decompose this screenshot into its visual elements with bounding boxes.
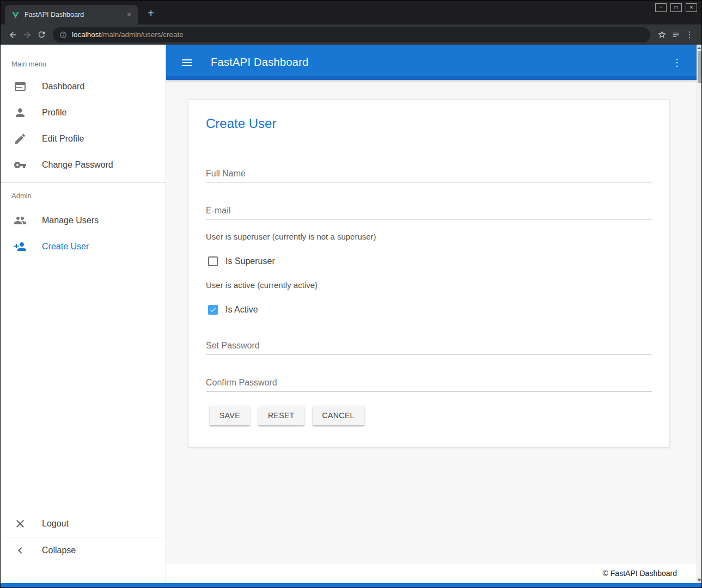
confirm-password-field-wrap <box>206 374 652 391</box>
window-maximize-button[interactable]: □ <box>670 3 682 12</box>
url-path: /main/admin/users/create <box>101 30 184 39</box>
copyright-text: © FastAPI Dashboard <box>603 569 677 578</box>
browser-menu-icon[interactable]: ⋮ <box>683 29 696 40</box>
chevron-left-icon <box>14 544 27 557</box>
reload-icon[interactable] <box>34 28 48 42</box>
sidebar-item-label: Logout <box>42 519 69 529</box>
sidebar-item-label: Change Password <box>42 160 113 170</box>
sidebar-bottom: Logout Collapse <box>1 511 166 583</box>
confirm-password-input[interactable] <box>206 374 652 391</box>
sidebar-item-collapse[interactable]: Collapse <box>1 537 166 564</box>
new-tab-button[interactable]: + <box>144 7 157 20</box>
sidebar-section-admin: Admin <box>1 183 166 207</box>
browser-window: FastAPI Dashboard × + – □ × localhost/ma… <box>0 0 702 588</box>
key-icon <box>14 158 27 171</box>
person-add-icon <box>14 240 27 253</box>
main-area: FastAPI Dashboard ⋮ Create User User is … <box>166 45 697 583</box>
page-content: Create User User is superuser (currently… <box>166 80 697 564</box>
bookmark-star-icon[interactable] <box>655 28 669 42</box>
active-checkbox-label: Is Active <box>225 305 258 315</box>
hamburger-menu-icon[interactable] <box>180 56 193 69</box>
save-button[interactable]: SAVE <box>210 406 250 425</box>
person-icon <box>14 106 27 119</box>
form-actions: SAVE RESET CANCEL <box>210 406 652 425</box>
cancel-button[interactable]: CANCEL <box>313 406 364 425</box>
dashboard-icon <box>14 80 27 93</box>
close-icon <box>14 517 27 530</box>
appbar-menu-icon[interactable]: ⋮ <box>670 57 683 69</box>
sidebar-item-label: Create User <box>42 242 89 252</box>
address-bar[interactable]: localhost/main/admin/users/create <box>53 27 650 42</box>
sidebar-item-label: Dashboard <box>42 82 84 91</box>
page-info-icon[interactable] <box>59 31 67 39</box>
superuser-checkbox-row[interactable]: Is Superuser <box>208 255 652 268</box>
page-title: Create User <box>206 116 652 131</box>
scrollbar-thumb[interactable] <box>698 51 701 83</box>
full-name-input[interactable] <box>206 165 652 182</box>
tab-close-icon[interactable]: × <box>125 10 133 19</box>
sidebar-item-create-user[interactable]: Create User <box>1 234 166 260</box>
superuser-note: User is superuser (currently is not a su… <box>206 232 652 241</box>
window-minimize-button[interactable]: – <box>655 3 667 12</box>
scroll-up-icon[interactable] <box>697 45 701 51</box>
browser-extensions-icon[interactable] <box>669 28 683 42</box>
page-footer: © FastAPI Dashboard <box>166 564 697 583</box>
active-note: User is active (currently active) <box>206 280 652 290</box>
sidebar-item-dashboard[interactable]: Dashboard <box>1 74 166 100</box>
scroll-down-icon[interactable] <box>697 577 701 583</box>
sidebar-item-change-password[interactable]: Change Password <box>1 152 166 178</box>
sidebar-section-main-menu: Main menu <box>1 45 166 74</box>
active-checkbox[interactable] <box>208 305 218 315</box>
sidebar-item-label: Edit Profile <box>42 134 84 144</box>
sidebar-item-label: Collapse <box>42 546 76 555</box>
forward-icon[interactable] <box>20 28 34 42</box>
active-checkbox-row[interactable]: Is Active <box>208 303 652 316</box>
browser-toolbar: localhost/main/admin/users/create ⋮ <box>1 24 701 45</box>
tab-title: FastAPI Dashboard <box>25 11 125 19</box>
window-close-button[interactable]: × <box>686 3 697 12</box>
sidebar-item-edit-profile[interactable]: Edit Profile <box>1 126 166 152</box>
window-controls: – □ × <box>655 3 697 12</box>
sidebar-item-label: Profile <box>42 108 66 118</box>
group-icon <box>14 214 27 227</box>
full-name-field-wrap <box>206 165 652 182</box>
url-host: localhost <box>72 30 101 39</box>
vertical-scrollbar[interactable] <box>697 45 701 583</box>
email-input[interactable] <box>206 202 652 219</box>
set-password-input[interactable] <box>206 337 652 354</box>
app-area: Main menu Dashboard Profile Edit Profile <box>1 45 701 583</box>
sidebar-item-logout[interactable]: Logout <box>1 511 166 537</box>
appbar-title: FastAPI Dashboard <box>211 56 309 69</box>
sidebar: Main menu Dashboard Profile Edit Profile <box>1 45 166 583</box>
email-field-wrap <box>206 202 652 219</box>
sidebar-item-profile[interactable]: Profile <box>1 100 166 126</box>
back-icon[interactable] <box>6 28 20 42</box>
bottom-accent-strip <box>1 583 701 587</box>
create-user-card: Create User User is superuser (currently… <box>188 99 670 448</box>
app-bar: FastAPI Dashboard ⋮ <box>166 45 697 80</box>
pencil-icon <box>14 132 27 145</box>
sidebar-item-manage-users[interactable]: Manage Users <box>1 207 166 234</box>
set-password-field-wrap <box>206 337 652 354</box>
sidebar-item-label: Manage Users <box>42 216 99 225</box>
browser-tab[interactable]: FastAPI Dashboard × <box>5 5 138 24</box>
reset-button[interactable]: RESET <box>258 406 304 425</box>
superuser-checkbox-label: Is Superuser <box>225 256 275 266</box>
superuser-checkbox[interactable] <box>208 256 218 266</box>
vue-favicon-icon <box>11 11 20 19</box>
browser-tabstrip: FastAPI Dashboard × + – □ × <box>1 1 701 24</box>
